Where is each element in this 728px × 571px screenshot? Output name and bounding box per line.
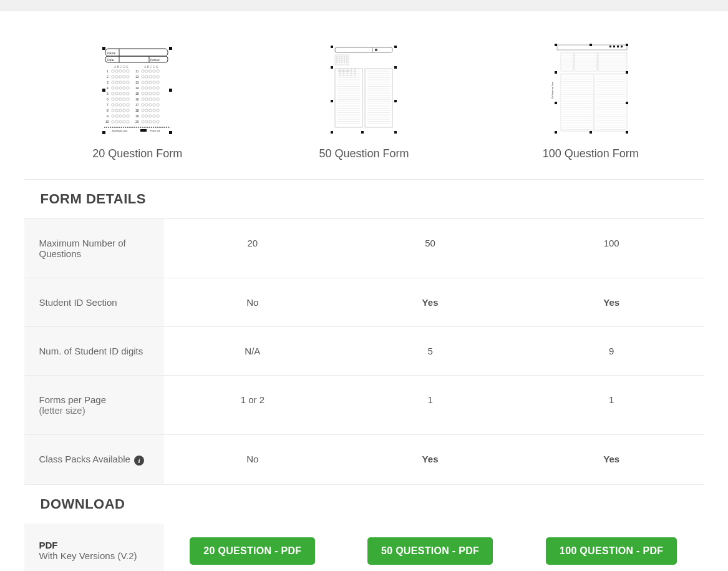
svg-point-56 [123,109,125,112]
svg-point-73 [149,70,152,72]
value-student-id-50: Yes [341,278,519,327]
svg-point-104 [153,98,155,100]
svg-point-57 [127,109,129,112]
svg-text:2: 2 [107,75,109,79]
svg-point-114 [145,109,148,112]
svg-point-27 [127,81,129,84]
download-50-pdf-button[interactable]: 50 QUESTION - PDF [367,537,493,565]
value-student-id-20: No [164,278,342,327]
svg-point-160 [339,62,340,63]
svg-rect-246 [394,100,397,102]
top-bar [0,0,728,11]
form-50-thumbnail-icon [328,44,400,136]
value-class-packs-20: No [164,435,342,485]
svg-rect-257 [575,52,597,71]
svg-text:A B C D E: A B C D E [144,65,158,69]
svg-rect-136 [102,89,105,92]
value-id-digits-50: 5 [341,327,519,376]
svg-rect-323 [590,44,592,46]
svg-point-72 [145,70,148,72]
svg-text:13: 13 [135,81,139,84]
svg-point-116 [153,109,155,112]
svg-point-41 [112,98,114,100]
download-cell-50: 50 QUESTION - PDF [341,524,519,571]
form-details-header: FORM DETAILS [24,180,704,219]
svg-point-145 [339,56,340,57]
form-20-preview: Name Date Period A B C D E A B C D E 1 [24,45,251,160]
pdf-subtitle: With Key Versions (V.2) [39,550,149,561]
svg-rect-331 [626,131,628,134]
svg-point-158 [346,60,347,61]
svg-point-122 [153,115,155,117]
value-class-packs-100: Yes [519,435,704,485]
label-forms-per-page-sub: (letter size) [39,405,149,416]
svg-point-127 [149,120,152,123]
svg-text:ZipGrade.com: ZipGrade.com [112,129,128,132]
svg-rect-137 [169,89,172,92]
svg-point-79 [149,76,152,78]
svg-point-171 [339,69,341,71]
svg-point-66 [115,120,118,123]
svg-point-32 [123,87,125,89]
svg-point-20 [123,76,125,78]
svg-point-93 [157,87,159,89]
svg-point-92 [153,87,155,89]
svg-point-152 [344,58,345,59]
svg-rect-251 [609,46,611,47]
svg-point-12 [115,70,118,72]
row-max-questions: Maximum Number of Questions 20 50 100 [24,219,704,278]
svg-text:8: 8 [107,109,109,112]
download-100-pdf-button[interactable]: 100 QUESTION - PDF [546,537,677,565]
svg-rect-326 [626,71,628,74]
svg-point-91 [149,87,152,89]
svg-point-89 [142,87,144,89]
svg-text:16: 16 [135,97,139,101]
svg-point-81 [157,76,159,78]
svg-text:ZipGrade.com Form: ZipGrade.com Form [551,82,554,99]
svg-rect-132 [140,129,147,132]
svg-rect-164 [335,69,362,127]
svg-text:7: 7 [107,103,109,107]
svg-point-105 [157,98,159,100]
svg-point-75 [157,70,159,72]
svg-point-117 [157,109,159,112]
svg-point-86 [153,81,155,84]
form-100-thumbnail-icon: ZipGrade.com Form [550,42,632,136]
value-id-digits-20: N/A [164,327,342,376]
form-20-caption: 20 Question Form [92,147,182,160]
svg-rect-330 [590,131,592,134]
svg-point-154 [336,60,337,61]
svg-point-120 [145,115,148,117]
download-20-pdf-button[interactable]: 20 QUESTION - PDF [190,537,315,565]
label-id-digits: Num. of Student ID digits [24,327,164,376]
svg-point-43 [119,98,122,100]
svg-point-68 [123,120,125,123]
label-class-packs: Class Packs Available i [24,435,164,485]
svg-point-74 [153,70,155,72]
svg-rect-249 [361,131,364,134]
svg-point-67 [119,120,122,123]
svg-point-173 [347,69,348,71]
svg-point-113 [142,109,144,112]
svg-rect-324 [626,44,628,46]
svg-point-175 [354,69,356,71]
svg-rect-327 [555,102,557,104]
svg-point-144 [336,56,337,57]
value-max-q-20: 20 [164,219,342,278]
svg-point-161 [341,62,342,63]
svg-point-129 [157,120,159,123]
svg-text:6: 6 [107,97,109,101]
value-max-q-50: 50 [341,219,519,278]
value-student-id-100: Yes [519,278,704,327]
value-id-digits-100: 9 [519,327,704,376]
svg-point-102 [145,98,148,100]
svg-text:Date: Date [107,58,114,62]
svg-point-48 [115,104,118,106]
svg-point-19 [119,76,122,78]
svg-point-123 [157,115,159,117]
svg-point-153 [346,58,347,59]
info-icon[interactable]: i [134,456,144,466]
svg-rect-254 [621,46,623,47]
svg-text:14: 14 [135,86,139,90]
svg-point-54 [115,109,118,112]
